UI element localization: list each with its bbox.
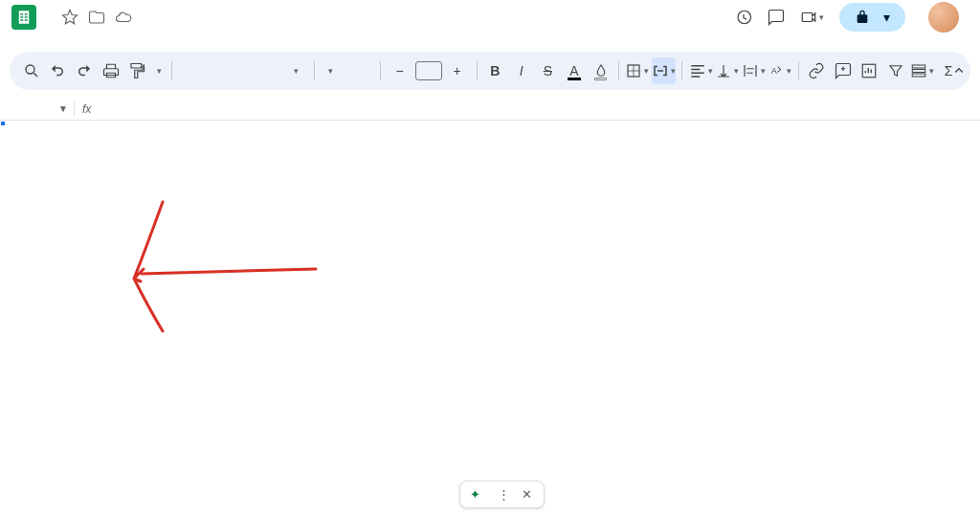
font-size-decrease[interactable]: − xyxy=(387,57,413,84)
print-icon[interactable] xyxy=(99,57,123,84)
toolbar: − + B I S A A Σ xyxy=(10,52,970,90)
star-icon[interactable] xyxy=(61,9,78,26)
filter-views-button[interactable] xyxy=(910,57,935,84)
dropdown-chip-suggestion[interactable]: ✦ ⋮ ✕ xyxy=(459,480,545,508)
chip-close-icon[interactable]: ✕ xyxy=(520,487,534,502)
redo-icon[interactable] xyxy=(72,57,97,84)
more-formats[interactable] xyxy=(283,57,308,84)
increase-decimal[interactable] xyxy=(257,57,282,84)
format-percent[interactable] xyxy=(204,57,229,84)
filter-button[interactable] xyxy=(883,57,908,84)
rotate-button[interactable]: A xyxy=(768,57,792,84)
undo-icon[interactable] xyxy=(46,57,71,84)
svg-text:A: A xyxy=(771,66,777,76)
menu-insert[interactable] xyxy=(90,35,105,41)
formula-input[interactable] xyxy=(99,100,980,118)
borders-button[interactable] xyxy=(625,57,650,84)
menu-edit[interactable] xyxy=(59,35,75,41)
fill-color-button[interactable] xyxy=(589,57,613,84)
strikethrough-button[interactable]: S xyxy=(536,57,561,84)
bold-button[interactable]: B xyxy=(482,57,507,84)
merge-button[interactable] xyxy=(652,57,677,84)
svg-rect-3 xyxy=(863,64,877,78)
history-icon[interactable] xyxy=(735,9,752,26)
chip-more-icon[interactable]: ⋮ xyxy=(496,487,512,502)
sparkle-icon: ✦ xyxy=(470,487,480,502)
move-icon[interactable] xyxy=(88,9,105,26)
menu-extensions[interactable] xyxy=(151,35,167,41)
font-size-input[interactable] xyxy=(415,61,442,80)
toolbar-collapse-icon[interactable] xyxy=(947,59,970,82)
text-color-button[interactable]: A xyxy=(562,57,587,84)
v-align-button[interactable] xyxy=(715,57,740,84)
menu-tools[interactable] xyxy=(136,35,151,41)
menu-data[interactable] xyxy=(121,35,136,41)
paint-format-icon[interactable] xyxy=(124,57,149,84)
menu-format[interactable] xyxy=(105,35,121,41)
decrease-decimal[interactable] xyxy=(231,57,256,84)
meet-icon[interactable] xyxy=(800,9,824,26)
document-title[interactable] xyxy=(44,16,56,18)
svg-rect-4 xyxy=(912,65,925,68)
italic-button[interactable]: I xyxy=(509,57,534,84)
name-box[interactable]: ▼ xyxy=(0,101,75,116)
zoom-select[interactable] xyxy=(151,66,166,76)
format-currency[interactable] xyxy=(178,57,203,84)
spreadsheet-grid[interactable] xyxy=(0,121,980,506)
link-button[interactable] xyxy=(804,57,829,84)
comment-icon[interactable] xyxy=(768,9,785,26)
insert-comment-button[interactable] xyxy=(831,57,856,84)
menu-view[interactable] xyxy=(75,35,90,41)
formula-bar-row: ▼ fx xyxy=(0,98,980,121)
sheets-logo[interactable] xyxy=(11,5,36,30)
menu-file[interactable] xyxy=(44,35,59,41)
insert-chart-button[interactable] xyxy=(858,57,882,84)
svg-rect-6 xyxy=(912,74,925,77)
title-bar: ▾ xyxy=(0,0,980,29)
svg-rect-5 xyxy=(912,70,925,73)
search-menus-icon[interactable] xyxy=(19,57,44,84)
font-size-increase[interactable]: + xyxy=(444,57,471,84)
menu-help[interactable] xyxy=(167,35,182,41)
share-caret-icon[interactable]: ▾ xyxy=(883,10,890,25)
account-avatar[interactable] xyxy=(928,2,959,33)
fx-icon: fx xyxy=(75,102,99,116)
cloud-status-icon[interactable] xyxy=(115,9,132,26)
h-align-button[interactable] xyxy=(688,57,713,84)
share-button[interactable]: ▾ xyxy=(839,3,905,32)
font-select[interactable] xyxy=(321,66,374,76)
wrap-button[interactable] xyxy=(741,57,766,84)
name-box-caret-icon[interactable]: ▼ xyxy=(58,103,68,114)
svg-point-0 xyxy=(26,65,34,74)
